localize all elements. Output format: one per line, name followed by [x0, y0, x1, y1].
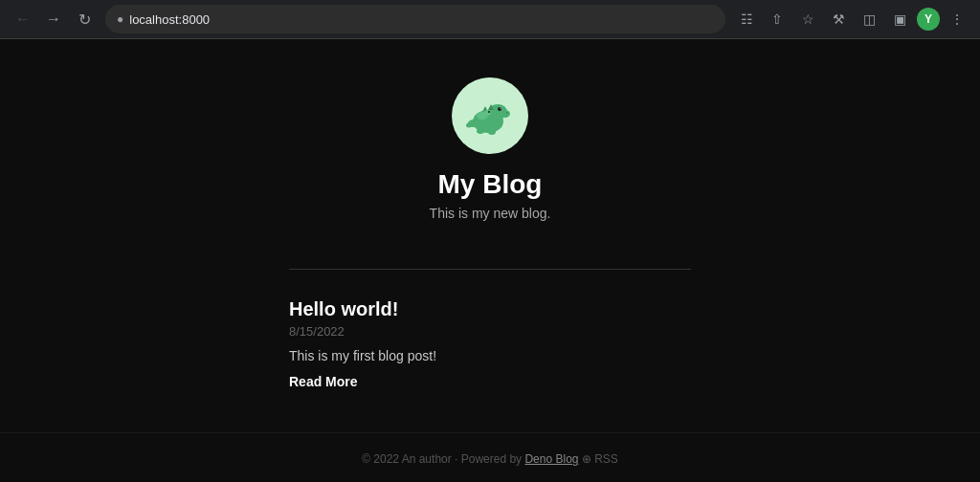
svg-point-5	[506, 112, 508, 114]
page-footer: © 2022 An author · Powered by Deno Blog …	[0, 432, 980, 482]
post-date: 8/15/2022	[289, 324, 691, 339]
main-content: My Blog This is my new blog. Hello world…	[0, 39, 980, 432]
post-item: Hello world! 8/15/2022 This is my first …	[289, 298, 691, 390]
svg-point-7	[488, 129, 496, 135]
svg-point-9	[466, 123, 472, 128]
blog-logo	[452, 77, 528, 154]
url-text: localhost:8000	[129, 12, 714, 27]
dino-icon	[461, 87, 519, 144]
svg-point-4	[500, 107, 501, 108]
menu-button[interactable]: ⋮	[944, 6, 970, 33]
browser-chrome: ← → ↻ ● localhost:8000 ☷ ⇧ ☆ ⚒ ◫ ▣ Y ⋮	[0, 0, 980, 39]
divider	[289, 269, 691, 270]
post-excerpt: This is my first blog post!	[289, 348, 691, 363]
blog-description: This is my new blog.	[430, 206, 551, 221]
posts-container: Hello world! 8/15/2022 This is my first …	[289, 298, 691, 413]
back-button[interactable]: ←	[10, 6, 36, 33]
post-title: Hello world!	[289, 298, 691, 320]
window-button[interactable]: ▣	[886, 6, 913, 33]
page-content: My Blog This is my new blog. Hello world…	[0, 39, 980, 482]
extensions-button[interactable]: ⚒	[825, 6, 852, 33]
svg-point-14	[488, 111, 490, 113]
profile-button[interactable]: Y	[917, 8, 940, 31]
tab-manager-button[interactable]: ◫	[856, 6, 882, 33]
forward-button[interactable]: →	[40, 6, 67, 33]
address-bar[interactable]: ● localhost:8000	[105, 5, 725, 33]
share-button[interactable]: ⇧	[764, 6, 791, 33]
svg-point-6	[477, 128, 484, 134]
footer-copyright: © 2022 An author · Powered by	[362, 452, 524, 466]
nav-buttons: ← → ↻	[10, 6, 98, 33]
svg-point-13	[483, 110, 491, 116]
svg-point-2	[501, 110, 510, 118]
blog-title: My Blog	[438, 169, 543, 200]
lock-icon: ●	[117, 12, 123, 26]
reload-button[interactable]: ↻	[71, 6, 98, 33]
browser-actions: ☷ ⇧ ☆ ⚒ ◫ ▣ Y ⋮	[733, 6, 970, 33]
deno-blog-link[interactable]: Deno Blog	[524, 452, 578, 466]
read-more-link[interactable]: Read More	[289, 374, 358, 389]
rss-text: ⊕ RSS	[582, 452, 618, 466]
browser-toolbar: ← → ↻ ● localhost:8000 ☷ ⇧ ☆ ⚒ ◫ ▣ Y ⋮	[0, 0, 980, 38]
blog-header: My Blog This is my new blog.	[430, 77, 551, 221]
bookmark-button[interactable]: ☆	[794, 6, 821, 33]
extension-btn-1[interactable]: ☷	[733, 6, 760, 33]
